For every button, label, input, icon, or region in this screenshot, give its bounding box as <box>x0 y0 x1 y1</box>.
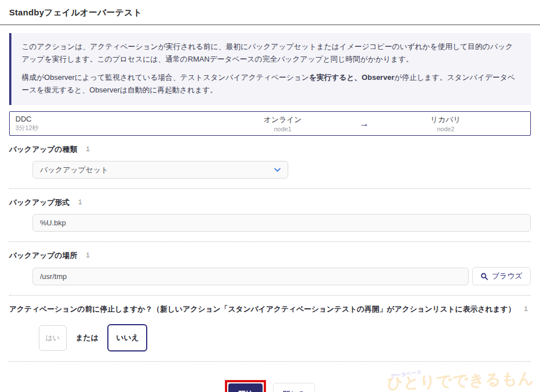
pause-question-section: アクティベーションの前に停止しますか？（新しいアクション「スタンバイアクティベー… <box>9 296 531 351</box>
elapsed-time: 3分12秒 <box>15 124 244 132</box>
or-label: または <box>76 333 99 343</box>
backup-type-selected-value: バックアップセット <box>40 165 108 175</box>
backup-format-label: バックアップ形式 <box>9 197 70 208</box>
section-divider <box>9 361 531 362</box>
alert-paragraph-1-text: このアクションは、アクティベーションが実行される前に、最初にバックアップセットま… <box>22 42 513 63</box>
page-title: Standbyフェイルオーバーテスト <box>9 7 531 18</box>
status-target-state: リカバリ node2 <box>408 115 484 132</box>
target-state-label: リカバリ <box>408 115 484 125</box>
backup-type-control-row: バックアップセット <box>33 161 531 179</box>
status-source-db: DDC 3分12秒 <box>15 115 244 132</box>
target-node-label: node2 <box>408 126 484 132</box>
info-icon[interactable]: i <box>524 305 528 313</box>
alert-paragraph-2: 構成がObserverによって監視されている場合、テストスタンバイアクティベーシ… <box>22 71 519 96</box>
browse-button[interactable]: ブラウズ <box>472 267 531 285</box>
transition-arrow: → <box>321 118 408 130</box>
backup-location-section: バックアップの場所 i ブラウズ <box>9 242 531 285</box>
backup-location-label-row: バックアップの場所 i <box>9 250 531 261</box>
chevron-down-icon <box>274 168 281 172</box>
watermark-small-text: データベース <box>390 353 534 380</box>
backup-format-control-row <box>33 214 531 232</box>
info-icon[interactable]: i <box>78 199 82 207</box>
backup-type-label: バックアップの種類 <box>9 144 77 155</box>
backup-location-input[interactable] <box>33 268 469 285</box>
db-name: DDC <box>15 115 244 123</box>
close-button[interactable]: 閉じる <box>273 383 315 392</box>
footer-actions: 開始 閉じる <box>0 380 540 392</box>
pause-options-row: はい または いいえ <box>39 324 531 351</box>
info-icon[interactable]: i <box>86 146 90 153</box>
backup-location-control-row: ブラウズ <box>33 267 531 285</box>
backup-format-section: バックアップ形式 i <box>9 189 531 232</box>
backup-type-section: バックアップの種類 i バックアップセット <box>9 136 531 179</box>
alert-paragraph-2-text-a: 構成がObserverによって監視されている場合、テストスタンバイアクティベーシ… <box>22 73 309 82</box>
pause-no-button[interactable]: いいえ <box>107 324 147 351</box>
info-alert-box: このアクションは、アクティベーションが実行される前に、最初にバックアップセットま… <box>9 33 531 105</box>
source-state-label: オンライン <box>244 115 321 125</box>
page-header: Standbyフェイルオーバーテスト <box>0 0 540 25</box>
info-icon[interactable]: i <box>86 252 90 260</box>
backup-type-select[interactable]: バックアップセット <box>33 161 288 179</box>
browse-button-label: ブラウズ <box>492 271 522 281</box>
alert-paragraph-1: このアクションは、アクティベーションが実行される前に、最初にバックアップセットま… <box>22 41 519 66</box>
pause-yes-button[interactable]: はい <box>39 325 67 351</box>
red-highlight-annotation: 開始 <box>225 380 266 392</box>
backup-location-label: バックアップの場所 <box>9 250 77 261</box>
start-button[interactable]: 開始 <box>228 383 263 392</box>
right-arrow-icon: → <box>360 118 369 129</box>
pause-question-label-row: アクティベーションの前に停止しますか？（新しいアクション「スタンバイアクティベー… <box>9 304 531 314</box>
failover-status-bar: DDC 3分12秒 オンライン node1 → リカバリ node2 <box>9 111 531 136</box>
backup-format-label-row: バックアップ形式 i <box>9 197 531 208</box>
alert-paragraph-2-text-bold: を実行すると、Observer <box>309 73 394 82</box>
pause-question-label: アクティベーションの前に停止しますか？（新しいアクション「スタンバイアクティベー… <box>9 304 515 314</box>
search-icon <box>481 273 488 280</box>
backup-type-label-row: バックアップの種類 i <box>9 144 531 155</box>
source-node-label: node1 <box>244 126 321 132</box>
backup-format-input[interactable] <box>33 214 531 232</box>
status-source-state: オンライン node1 <box>244 115 321 132</box>
